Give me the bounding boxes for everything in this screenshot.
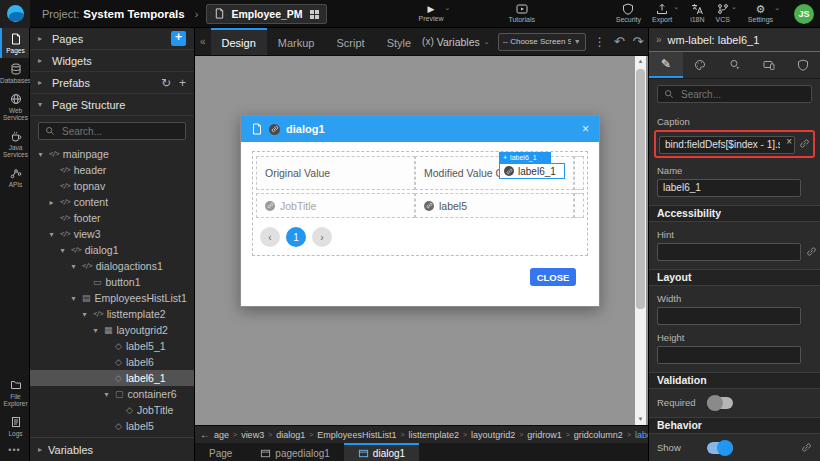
tree-item-topnav[interactable]: </>topnav — [30, 178, 194, 194]
screen-size-select[interactable]: -- Choose Screen Size -- ▼ — [498, 33, 586, 51]
i18n-button[interactable]: i18N — [690, 3, 704, 24]
scrollbar-thumb[interactable] — [636, 69, 645, 309]
expand-arrow-icon[interactable]: ▸ — [47, 198, 56, 207]
tree-item-listtemplate2[interactable]: ▾</>listtemplate2 — [30, 306, 194, 322]
hint-input[interactable] — [657, 243, 801, 261]
bind-link-icon[interactable] — [799, 138, 810, 149]
rail-item-logs[interactable]: Logs — [0, 411, 29, 441]
expand-arrow-icon[interactable]: ▾ — [47, 230, 56, 239]
breadcrumb-back-icon[interactable]: ← — [200, 429, 210, 440]
expand-arrow-icon[interactable]: ▾ — [91, 326, 100, 335]
rail-item-web-services[interactable]: Web Services — [0, 88, 29, 125]
tree-item-JobTitle[interactable]: ◇JobTitle — [30, 402, 194, 418]
caption-input[interactable] — [659, 136, 795, 154]
breadcrumb-item-gridrow1[interactable]: gridrow1 — [527, 430, 562, 440]
list-widget[interactable]: Original Value Modified Value On : + lab… — [252, 151, 588, 256]
expand-arrow-icon[interactable]: ▾ — [80, 310, 89, 319]
expand-arrow-icon[interactable]: ▾ — [36, 150, 45, 159]
pagination-prev-button[interactable]: ‹ — [260, 227, 280, 247]
page-switcher[interactable]: Employee_PM — [206, 4, 326, 24]
breadcrumb-item-listtemplate2[interactable]: listtemplate2 — [408, 430, 459, 440]
breadcrumb-item-dialog1[interactable]: dialog1 — [276, 430, 305, 440]
expand-arrow-icon[interactable]: ▾ — [69, 294, 78, 303]
bind-link-icon[interactable] — [806, 246, 817, 257]
vcs-button[interactable]: VCS ⌄ — [716, 3, 737, 24]
tab-properties[interactable]: ✎ — [649, 52, 683, 78]
tree-item-footer[interactable]: </>footer — [30, 210, 194, 226]
section-page-structure[interactable]: ▾ Page Structure — [30, 94, 194, 116]
expand-arrow-icon[interactable]: ▾ — [102, 390, 111, 399]
label6_1-widget[interactable]: label6_1 — [499, 163, 565, 179]
refresh-icon[interactable]: ↻ — [161, 77, 171, 89]
tree-item-EmployeesHistList1[interactable]: ▾▤EmployeesHistList1 — [30, 290, 194, 306]
expand-arrow-icon[interactable]: ▾ — [69, 262, 78, 271]
tree-item-layoutgrid2[interactable]: ▾▦layoutgrid2 — [30, 322, 194, 338]
preview-button[interactable]: ▶Preview ⌄ — [419, 4, 451, 23]
breadcrumb-item-EmployeesHistList1[interactable]: EmployeesHistList1 — [317, 430, 396, 440]
tab-script[interactable]: Script — [326, 28, 376, 55]
tab-page[interactable]: Page — [195, 443, 246, 461]
tree-item-label5[interactable]: ◇label5 — [30, 418, 194, 434]
rail-item-java-services[interactable]: Java Services — [0, 125, 29, 162]
pagination-page-1[interactable]: 1 — [286, 227, 306, 247]
rail-item-databases[interactable]: Databases — [0, 58, 29, 88]
tree-item-label6_1[interactable]: ◇label6_1 — [30, 370, 194, 386]
show-toggle[interactable] — [707, 442, 733, 454]
grid-cell-jobtitle[interactable]: JobTitle — [256, 193, 415, 218]
redo-button[interactable]: ↷ — [633, 35, 644, 48]
user-avatar[interactable]: JS — [794, 4, 814, 24]
collapse-left-panel-button[interactable]: « — [195, 28, 211, 55]
height-input[interactable] — [657, 346, 801, 364]
tree-item-header[interactable]: </>header — [30, 162, 194, 178]
section-prefabs[interactable]: ▸ Prefabs ↻ + — [30, 72, 194, 94]
scroll-up-icon[interactable]: ▲ — [635, 56, 646, 67]
grid-cell-original-value[interactable]: Original Value — [256, 156, 415, 190]
tree-item-content[interactable]: ▸</>content — [30, 194, 194, 210]
selected-widget-overlay[interactable]: + label6_1 label6_1 — [499, 152, 565, 179]
grid-cell-label5[interactable]: label5 — [415, 193, 574, 218]
breadcrumb-item-view3[interactable]: view3 — [241, 430, 264, 440]
scroll-down-icon[interactable]: ▼ — [635, 414, 646, 425]
properties-search-input[interactable] — [679, 88, 805, 101]
selected-widget-chip[interactable]: + label6_1 — [499, 152, 551, 163]
security-button[interactable]: Security — [616, 3, 641, 24]
bind-link-icon[interactable] — [801, 442, 812, 453]
more-menu-icon[interactable]: ⋮ — [594, 35, 606, 49]
design-canvas[interactable]: dialog1 × Original Value Modified Value … — [195, 56, 648, 425]
width-input[interactable] — [657, 307, 801, 325]
more-options-icon[interactable]: ••• — [0, 441, 29, 461]
grid-cell-modified-value[interactable]: Modified Value On : + label6_1 — [415, 156, 574, 190]
tab-design[interactable]: Design — [211, 28, 267, 55]
section-pages[interactable]: ▸ Pages + — [30, 28, 194, 50]
tree-item-dialogactions1[interactable]: ▾</>dialogactions1 — [30, 258, 194, 274]
section-widgets[interactable]: ▸ Widgets — [30, 50, 194, 72]
pagination-next-button[interactable]: › — [312, 227, 332, 247]
required-toggle[interactable] — [707, 397, 733, 409]
tree-item-container6[interactable]: ▾▢container6 — [30, 386, 194, 402]
close-button[interactable]: CLOSE — [530, 268, 576, 286]
dialog1-widget[interactable]: dialog1 × Original Value Modified Value … — [240, 115, 600, 307]
add-page-button[interactable]: + — [171, 31, 186, 46]
settings-button[interactable]: ⚙Settings ⌄ — [748, 4, 780, 24]
dialog-header[interactable]: dialog1 × — [241, 116, 599, 142]
tree-item-view3[interactable]: ▾</>view3 — [30, 226, 194, 242]
structure-search-input[interactable] — [60, 125, 179, 138]
clear-icon[interactable]: × — [786, 136, 792, 147]
section-variables[interactable]: ▸ Variables — [30, 437, 194, 461]
tab-pagedialog1[interactable]: pagedialog1 — [246, 443, 344, 461]
name-input[interactable] — [657, 179, 801, 197]
collapse-right-panel-button[interactable]: » — [656, 34, 662, 45]
tree-item-label6[interactable]: ◇label6 — [30, 354, 194, 370]
rail-item-apis[interactable]: APIs — [0, 162, 29, 192]
add-prefab-button[interactable]: + — [179, 77, 186, 89]
tab-inspect[interactable] — [717, 52, 751, 78]
tree-item-label5_1[interactable]: ◇label5_1 — [30, 338, 194, 354]
tab-security[interactable] — [786, 52, 820, 78]
rail-item-file-explorer[interactable]: File Explorer — [0, 374, 29, 411]
tab-styles[interactable] — [683, 52, 717, 78]
breadcrumb-item-label6_1[interactable]: label6_1 — [635, 430, 648, 440]
tab-dialog1[interactable]: dialog1 — [344, 443, 419, 461]
tree-item-button1[interactable]: ▭button1 — [30, 274, 194, 290]
rail-item-pages[interactable]: Pages — [0, 28, 29, 58]
export-button[interactable]: Export ⌄ — [652, 3, 679, 24]
